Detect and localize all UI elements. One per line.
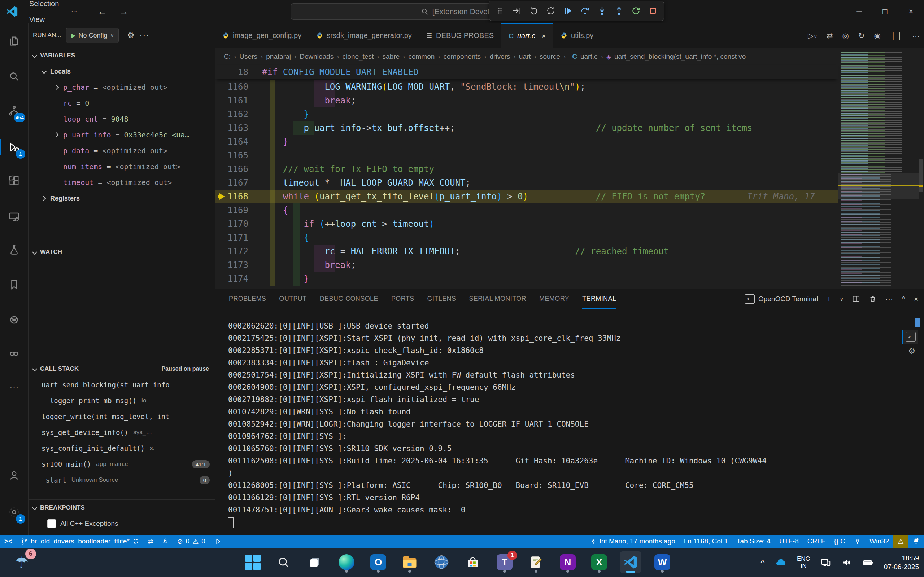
breadcrumb-item[interactable]: Users	[239, 53, 257, 61]
stack-frame-row[interactable]: sys_get_device_info() sys_…	[29, 424, 215, 440]
settings-gear-icon[interactable]: 1	[0, 499, 28, 525]
tab-utils-py[interactable]: utils.py	[553, 23, 601, 48]
restart-icon[interactable]	[629, 3, 643, 18]
cast-device-icon[interactable]	[821, 557, 831, 568]
source-control-icon[interactable]: 464	[0, 98, 28, 124]
variable-row[interactable]: p_char = <optimized out>	[29, 79, 215, 95]
breadcrumb-item[interactable]: Downloads	[300, 53, 333, 61]
warning-status-item[interactable]: ⚠	[893, 535, 908, 548]
panel-tab[interactable]: GITLENS	[427, 289, 456, 309]
panel-tab[interactable]: PROBLEMS	[229, 289, 266, 309]
tab-image-gen-config[interactable]: image_gen_config.py	[215, 23, 309, 48]
outlook-icon[interactable]: O	[367, 551, 389, 573]
language-indicator[interactable]: ENGIN	[797, 555, 810, 570]
stack-frame-row[interactable]: __logger_print_mb_msg() lo…	[29, 393, 215, 409]
step-over-icon[interactable]	[578, 3, 592, 18]
eol-item[interactable]: CRLF	[803, 535, 830, 548]
run-circle-icon[interactable]: ◉	[874, 31, 880, 40]
problems-item[interactable]: ⊘0 ⚠0	[173, 535, 210, 548]
accounts-icon[interactable]	[0, 462, 28, 488]
bookmarks-icon[interactable]	[0, 272, 28, 298]
launchpad-icon[interactable]	[158, 535, 173, 548]
refresh-icon[interactable]: ↻	[858, 31, 865, 40]
sidebar-more-icon[interactable]: ···	[140, 31, 150, 40]
menu-more[interactable]: ···	[65, 3, 83, 19]
split-editor-icon[interactable]: ❘❘	[890, 31, 903, 40]
encoding-item[interactable]: UTF-8	[775, 535, 803, 548]
start-debug-icon[interactable]: ▶	[71, 32, 76, 39]
breadcrumb-file[interactable]: uart.c	[580, 53, 598, 61]
breadcrumb-item[interactable]: pnataraj	[266, 53, 291, 61]
gitlens-compare-icon[interactable]: ⇄	[143, 535, 158, 548]
breakpoint-checkbox[interactable]	[47, 519, 56, 528]
call-stack-header[interactable]: CALL STACKPaused on pause	[29, 361, 215, 377]
variable-row[interactable]: loop_cnt = 9048	[29, 111, 215, 127]
expand-icon[interactable]	[55, 180, 60, 185]
debug-gear-icon[interactable]: ⚙	[128, 31, 135, 40]
terminal-scrollbar-mark[interactable]	[914, 318, 921, 327]
breadcrumb-item[interactable]: C:	[224, 53, 231, 61]
debug-session-icon[interactable]	[210, 535, 225, 548]
close-panel-icon[interactable]: ×	[914, 295, 918, 303]
package-icon[interactable]	[0, 307, 28, 333]
edge-icon[interactable]	[336, 551, 357, 573]
minimize-button[interactable]: ─	[846, 0, 872, 23]
notifications-bell-icon[interactable]	[908, 535, 924, 548]
nav-back-icon[interactable]: ←	[97, 6, 107, 17]
step-back-icon[interactable]	[527, 3, 541, 18]
code-editor[interactable]: 18 #if CONFIG_MODULE_UART_ENABLED 1160 L…	[215, 65, 838, 288]
stack-frame-row[interactable]: sys_config_init_default() s.	[29, 440, 215, 456]
taskbar-search-icon[interactable]	[273, 551, 294, 573]
breadcrumb-item[interactable]: uart	[519, 53, 531, 61]
panel-tab[interactable]: DEBUG CONSOLE	[320, 289, 378, 309]
extensions-icon[interactable]	[0, 168, 28, 193]
tab-debug-probes[interactable]: ☰ DEBUG PROBES	[419, 23, 501, 48]
launch-config-dropdown[interactable]: ▶ No Config ∨	[66, 28, 118, 43]
terminal-output[interactable]: 0002062620:[0][INF][USB ]:USB device sta…	[228, 320, 896, 528]
plug-icon[interactable]	[850, 535, 865, 548]
watch-header[interactable]: WATCH	[29, 244, 215, 260]
panel-tab[interactable]: TERMINAL	[582, 289, 616, 309]
ms-store-icon[interactable]	[462, 551, 484, 573]
expand-icon[interactable]	[55, 132, 60, 137]
close-button[interactable]: ×	[898, 0, 924, 23]
explorer-icon[interactable]	[0, 28, 28, 54]
run-python-button[interactable]: ▷∨	[808, 31, 817, 40]
excel-icon[interactable]: X	[588, 551, 610, 573]
breadcrumb-symbol[interactable]: uart_send_blocking(st_uart_info *, const…	[614, 53, 746, 61]
compare-icon[interactable]: ⇄	[827, 31, 833, 40]
remote-explorer-icon[interactable]	[0, 204, 28, 230]
breadcrumb-item[interactable]: common	[408, 53, 435, 61]
restart-frame-icon[interactable]	[544, 3, 558, 18]
blame-item[interactable]: Irit Mano, 17 months ago	[586, 535, 680, 548]
file-explorer-icon[interactable]	[399, 551, 420, 573]
testing-icon[interactable]	[0, 237, 28, 263]
step-out-icon[interactable]	[612, 3, 626, 18]
breadcrumb-item[interactable]: sabre	[383, 53, 400, 61]
more-actions-icon[interactable]: ···	[912, 31, 920, 40]
variable-row[interactable]: rc = 0	[29, 95, 215, 111]
terminal-instance-label[interactable]: >_ OpenOCD Terminal	[745, 294, 818, 304]
more-views-icon[interactable]: ···	[0, 374, 28, 400]
panel-tab[interactable]: MEMORY	[539, 289, 569, 309]
expand-icon[interactable]	[55, 164, 60, 169]
variable-row[interactable]: p_uart_info = 0x33ec4e5c <ua…	[29, 127, 215, 143]
locals-group[interactable]: Locals	[29, 63, 215, 79]
browser-globe-icon[interactable]	[431, 551, 452, 573]
stop-icon[interactable]	[646, 3, 660, 18]
breakpoints-header[interactable]: BREAKPOINTS	[29, 500, 215, 516]
volume-icon[interactable]	[842, 557, 852, 568]
tray-app-umbrella-icon[interactable]: ☂ 6	[11, 551, 32, 573]
breadcrumb-item[interactable]: drivers	[489, 53, 510, 61]
start-button[interactable]	[242, 551, 263, 573]
vertical-scrollbar[interactable]	[919, 50, 924, 288]
word-icon[interactable]: W	[651, 551, 673, 573]
teams-icon[interactable]: T1	[494, 551, 515, 573]
variable-row[interactable]: p_data = <optimized out>	[29, 143, 215, 159]
target-icon[interactable]: ◎	[842, 31, 849, 40]
menu-item[interactable]: Selection	[23, 0, 65, 11]
step-into-icon[interactable]	[595, 3, 609, 18]
expand-icon[interactable]	[55, 85, 60, 90]
expand-icon[interactable]	[55, 148, 60, 153]
branch-item[interactable]: br_old_drivers_bootloader_tflite*	[16, 535, 143, 548]
